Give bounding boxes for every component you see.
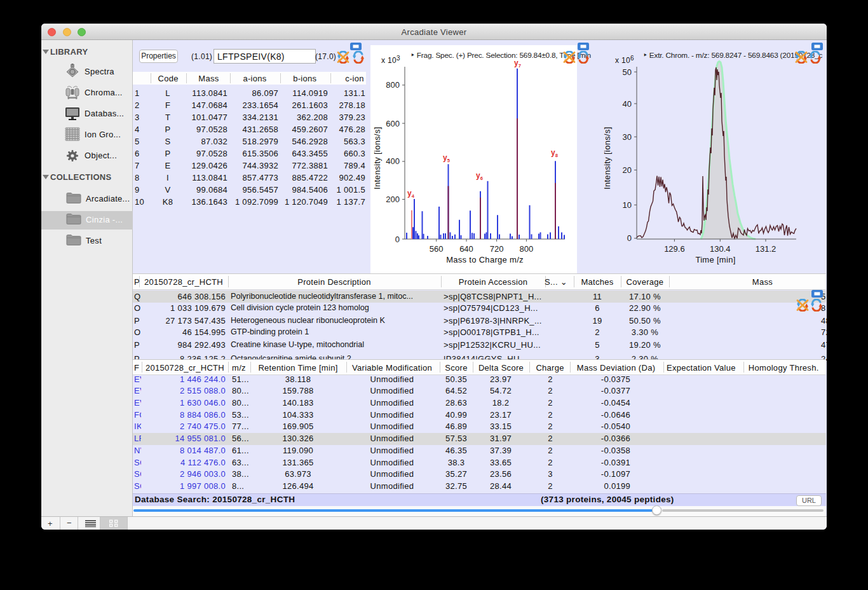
svg-text:800: 800 xyxy=(520,244,534,254)
svg-text:130.4: 130.4 xyxy=(710,244,731,254)
svg-text:600: 600 xyxy=(386,119,400,128)
svg-text:50: 50 xyxy=(623,67,632,77)
svg-text:560: 560 xyxy=(430,244,444,254)
svg-text:200: 200 xyxy=(386,195,400,204)
svg-text:0: 0 xyxy=(627,233,632,243)
svg-text:400: 400 xyxy=(386,156,400,166)
svg-text:10: 10 xyxy=(623,200,632,210)
svg-text:20: 20 xyxy=(623,165,632,175)
svg-text:131.2: 131.2 xyxy=(756,244,776,254)
svg-text:800: 800 xyxy=(386,80,400,90)
svg-text:40: 40 xyxy=(623,99,632,109)
svg-text:0: 0 xyxy=(395,235,400,244)
svg-text:30: 30 xyxy=(623,132,632,142)
svg-text:720: 720 xyxy=(490,244,504,254)
svg-text:129.6: 129.6 xyxy=(664,244,685,254)
svg-text:640: 640 xyxy=(459,244,473,254)
